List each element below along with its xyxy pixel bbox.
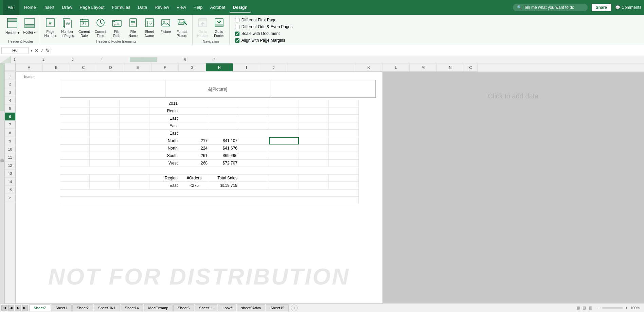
view-breaks-icon[interactable]: ▥ xyxy=(589,306,592,310)
cell-A4[interactable] xyxy=(60,122,90,130)
col-header-D[interactable]: D xyxy=(97,63,124,72)
row-7[interactable]: 7 xyxy=(5,121,15,129)
cell-C3[interactable] xyxy=(120,115,149,122)
go-to-footer-button[interactable]: Go toFooter xyxy=(212,16,227,39)
search-box[interactable]: 🔍 Tell me what you want to do xyxy=(513,4,588,11)
cell-D7[interactable]: North xyxy=(149,144,179,152)
cell-B3[interactable] xyxy=(90,115,120,122)
cell-J5[interactable] xyxy=(329,130,359,137)
fx-icon[interactable]: fx xyxy=(46,48,49,53)
comments-button[interactable]: 💬 Comments xyxy=(615,5,641,10)
cell-D11[interactable]: Region xyxy=(149,174,179,182)
cell-D2[interactable]: Regio xyxy=(149,107,179,115)
cell-G12[interactable] xyxy=(239,182,269,189)
current-time-button[interactable]: CurrentTime xyxy=(93,16,108,39)
cell-G11[interactable] xyxy=(239,174,269,182)
share-button[interactable]: Share xyxy=(592,4,611,11)
cell-F4[interactable] xyxy=(209,122,239,130)
col-header-E[interactable]: E xyxy=(124,63,151,72)
cell-G6[interactable] xyxy=(239,137,269,144)
cell-C7[interactable] xyxy=(120,144,149,152)
zoom-minus[interactable]: − xyxy=(597,306,600,310)
row-2[interactable]: 2 xyxy=(5,80,15,88)
cell-A8[interactable] xyxy=(60,152,90,159)
menu-acrobat[interactable]: Acrobat xyxy=(207,3,229,13)
menu-home[interactable]: Home xyxy=(21,3,39,13)
cell-F6[interactable]: $41,107 xyxy=(209,137,239,144)
cell-C6[interactable] xyxy=(120,137,149,144)
cell-E1[interactable] xyxy=(179,100,209,107)
cell-I1[interactable] xyxy=(299,100,329,107)
cell-B2[interactable] xyxy=(90,107,120,115)
cell-H3[interactable] xyxy=(269,115,299,122)
col-header-M[interactable]: M xyxy=(410,63,437,72)
picture-button[interactable]: Picture xyxy=(158,16,173,35)
cell-row14-empty[interactable] xyxy=(60,197,359,204)
cell-H11[interactable] xyxy=(269,174,299,182)
sheet-nav-last[interactable]: ⏭ xyxy=(22,305,28,311)
cell-I4[interactable] xyxy=(299,122,329,130)
col-header-C[interactable]: C xyxy=(70,63,97,72)
cell-B6[interactable] xyxy=(90,137,120,144)
cell-E4[interactable] xyxy=(179,122,209,130)
row-5[interactable]: 5 xyxy=(5,104,15,113)
tab-sheet7[interactable]: Sheet7 xyxy=(29,304,50,311)
cell-H6-selected[interactable] xyxy=(269,137,299,144)
cell-B9[interactable] xyxy=(90,159,120,167)
cell-E12[interactable]: <275 xyxy=(179,182,209,189)
tab-sheet2[interactable]: Sheet2 xyxy=(72,304,93,311)
cell-H9[interactable] xyxy=(269,159,299,167)
cell-A7[interactable] xyxy=(60,144,90,152)
cell-row13-empty[interactable] xyxy=(60,189,359,197)
cell-I8[interactable] xyxy=(299,152,329,159)
cell-I7[interactable] xyxy=(299,144,329,152)
different-first-page-checkbox[interactable] xyxy=(235,18,239,22)
footer-button[interactable]: Footer ▾ xyxy=(22,16,37,35)
tab-lookf[interactable]: Lookf xyxy=(218,304,236,311)
cell-D1[interactable]: 2011 xyxy=(149,100,179,107)
cell-G7[interactable] xyxy=(239,144,269,152)
row-14[interactable]: 14 xyxy=(5,178,15,186)
row-11[interactable]: 11 xyxy=(5,153,15,161)
cell-B4[interactable] xyxy=(90,122,120,130)
cell-G8[interactable] xyxy=(239,152,269,159)
cell-J6[interactable] xyxy=(329,137,359,144)
sheet-name-button[interactable]: Sh SheetName xyxy=(142,16,157,39)
cell-J2[interactable] xyxy=(329,107,359,115)
cell-A6[interactable] xyxy=(60,137,90,144)
add-sheet-button[interactable]: + xyxy=(291,305,298,311)
align-with-margins-checkbox[interactable] xyxy=(235,38,239,43)
col-header-A[interactable]: A xyxy=(16,63,43,72)
cell-E2[interactable] xyxy=(179,107,209,115)
cell-D12[interactable]: East xyxy=(149,182,179,189)
tab-macexramp[interactable]: MacExramp xyxy=(144,304,173,311)
cell-B1[interactable] xyxy=(90,100,120,107)
row-6[interactable]: 6 xyxy=(5,113,15,121)
cell-reference-input[interactable]: H6 xyxy=(1,47,29,54)
cell-C5[interactable] xyxy=(120,130,149,137)
cell-F5[interactable] xyxy=(209,130,239,137)
col-header-extra1[interactable] xyxy=(287,63,355,72)
zoom-plus[interactable]: + xyxy=(625,306,627,310)
cell-F8[interactable]: $69,496 xyxy=(209,152,239,159)
formula-input[interactable] xyxy=(52,48,643,53)
cell-J1[interactable] xyxy=(329,100,359,107)
sheet-nav-prev[interactable]: ◀ xyxy=(8,305,14,311)
cell-G9[interactable] xyxy=(239,159,269,167)
cell-J4[interactable] xyxy=(329,122,359,130)
cell-F2[interactable] xyxy=(209,107,239,115)
scale-with-document-checkbox[interactable] xyxy=(235,32,239,36)
cell-D4[interactable]: East xyxy=(149,122,179,130)
menu-view[interactable]: View xyxy=(173,3,190,13)
different-odd-even-checkbox[interactable] xyxy=(235,25,239,29)
cell-E11[interactable]: #Orders xyxy=(179,174,209,182)
number-of-pages-button[interactable]: ## Numberof Pages xyxy=(59,16,75,39)
cell-C2[interactable] xyxy=(120,107,149,115)
cell-C4[interactable] xyxy=(120,122,149,130)
view-layout-icon[interactable]: ▤ xyxy=(583,306,586,310)
tab-sheet14[interactable]: Sheet14 xyxy=(121,304,143,311)
row-12[interactable]: 12 xyxy=(5,161,15,170)
cell-C8[interactable] xyxy=(120,152,149,159)
cell-B7[interactable] xyxy=(90,144,120,152)
tab-sheet5[interactable]: Sheet5 xyxy=(173,304,194,311)
